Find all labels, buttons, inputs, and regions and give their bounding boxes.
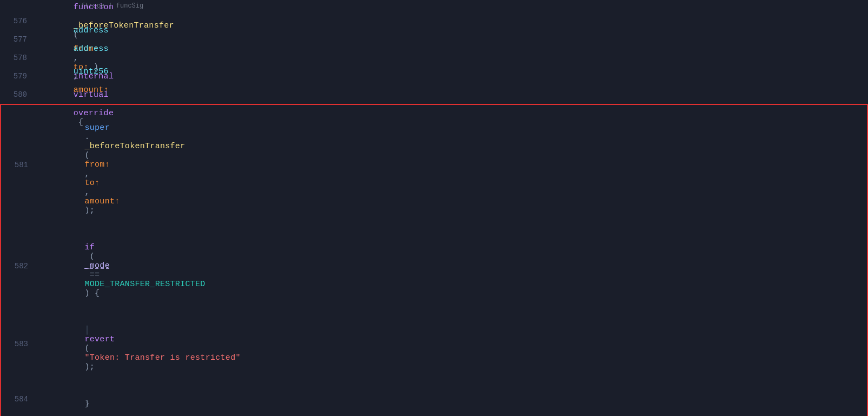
- token: ) {: [84, 289, 100, 298]
- token: from: [84, 160, 104, 169]
- token: [74, 35, 114, 44]
- line-num-582: 582: [1, 262, 39, 270]
- token: );: [84, 206, 95, 215]
- code-line-582: 582 if ( _mode == MODE_TRANSFER_RESTRICT…: [1, 224, 867, 307]
- token: to: [84, 179, 95, 188]
- token: super: [84, 123, 110, 133]
- token: ): [74, 63, 104, 72]
- token: [74, 17, 114, 26]
- line-num-583: 583: [1, 340, 39, 348]
- code-line-583: 583 │ revert ( "Token: Transfer is restr…: [1, 307, 867, 381]
- token: _mode: [84, 261, 110, 270]
- token: [84, 114, 124, 123]
- token: ,: [84, 188, 95, 197]
- line-num-577: 577: [0, 35, 38, 44]
- token: [84, 316, 145, 326]
- token: (: [84, 252, 95, 261]
- code-editor: ftrace | funcSig 576 function _beforeTok…: [0, 0, 868, 416]
- token: _beforeTokenTransfer: [84, 142, 185, 151]
- token: if: [84, 243, 95, 252]
- highlighted-block: 581 super . _beforeTokenTransfer ( from↑…: [0, 104, 868, 416]
- token: MODE_TRANSFER_RESTRICTED: [84, 280, 205, 289]
- line-num-578: 578: [0, 54, 38, 62]
- line-num-576: 576: [0, 17, 38, 25]
- token: ↑: [105, 160, 110, 169]
- line-content-583: │ revert ( "Token: Transfer is restricte…: [39, 307, 867, 381]
- token: ==: [84, 270, 104, 280]
- token: │: [84, 326, 89, 335]
- token: ↑: [115, 197, 120, 206]
- token: (: [84, 151, 89, 160]
- token: .: [84, 133, 89, 142]
- token: internal: [74, 72, 114, 81]
- token: "Token: Transfer is restricted": [84, 353, 240, 362]
- line-num-581: 581: [1, 161, 39, 169]
- token: [84, 390, 124, 399]
- code-line-584: 584 }: [1, 381, 867, 416]
- code-line-580: 580 ) internal virtual override {: [0, 85, 868, 104]
- token: [84, 234, 124, 243]
- token: ,: [84, 169, 95, 179]
- line-num-584: 584: [1, 395, 39, 404]
- token: revert: [84, 335, 115, 344]
- token: virtual: [74, 90, 109, 100]
- token: (: [84, 344, 89, 353]
- line-content-581: super . _beforeTokenTransfer ( from↑ , t…: [39, 105, 867, 224]
- token: );: [84, 362, 95, 372]
- token: [74, 81, 78, 90]
- line-content-584: }: [39, 381, 867, 416]
- token: }: [84, 399, 89, 408]
- token: ↑: [95, 179, 100, 188]
- line-num-579: 579: [0, 72, 38, 81]
- token: amount: [84, 197, 115, 206]
- code-line-581: 581 super . _beforeTokenTransfer ( from↑…: [1, 105, 867, 224]
- line-num-580: 580: [0, 90, 38, 99]
- line-content-582: if ( _mode == MODE_TRANSFER_RESTRICTED )…: [39, 224, 867, 307]
